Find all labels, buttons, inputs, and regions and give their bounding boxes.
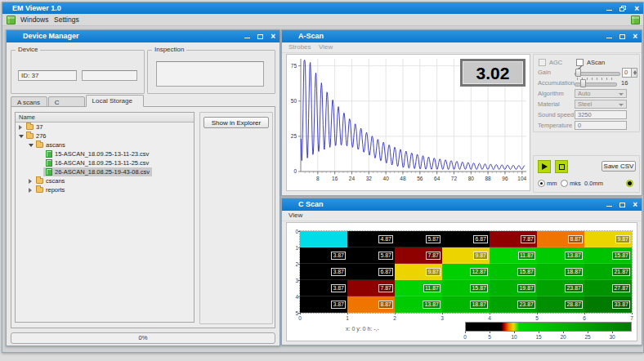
- ascan-checkbox[interactable]: ✓: [576, 59, 584, 66]
- tree-row[interactable]: reports: [16, 185, 194, 194]
- heatmap-cell[interactable]: 33.87: [584, 296, 632, 313]
- heatmap-cell[interactable]: 18.87: [537, 264, 584, 280]
- heatmap-cell[interactable]: 3.87: [300, 280, 347, 296]
- close-icon[interactable]: ×: [271, 33, 275, 41]
- expander-closed-icon[interactable]: [19, 125, 22, 130]
- stop-button[interactable]: [555, 160, 568, 173]
- heatmap-cell[interactable]: 8.87: [347, 296, 395, 313]
- heatmap-cell[interactable]: 13.87: [537, 247, 584, 264]
- device-id-field[interactable]: ID: 37: [18, 70, 77, 81]
- heatmap-cell[interactable]: 15.87: [584, 247, 632, 264]
- a-scan-titlebar[interactable]: A-Scan ×: [282, 30, 642, 42]
- maximize-icon[interactable]: [257, 34, 263, 39]
- maximize-icon[interactable]: [619, 34, 625, 39]
- expander-closed-icon[interactable]: [29, 188, 32, 193]
- gain-spin-buttons[interactable]: [631, 68, 637, 78]
- device-extra-field[interactable]: [82, 70, 137, 81]
- heatmap-cell[interactable]: 7.87: [490, 231, 537, 247]
- device-manager-titlebar[interactable]: Device Manager ×: [7, 30, 280, 42]
- heatmap-cell[interactable]: 3.87: [300, 247, 347, 264]
- tree-row[interactable]: 276: [16, 131, 194, 140]
- material-select[interactable]: Steel: [575, 100, 627, 109]
- temperature-input[interactable]: 0: [575, 121, 627, 130]
- sound-speed-input[interactable]: 3250: [575, 110, 627, 119]
- tree-item[interactable]: 26-ASCAN_18.08.25-19-43-08.csv: [43, 167, 152, 176]
- tree-row[interactable]: 26-ASCAN_18.08.25-19-43-08.csv: [16, 167, 194, 176]
- tree-row[interactable]: 15-ASCAN_18.09.25-13-11-23.csv: [16, 149, 194, 158]
- c-scan-titlebar[interactable]: C Scan ×: [282, 198, 642, 211]
- start-button[interactable]: [538, 160, 551, 173]
- heatmap-cell[interactable]: 11.87: [490, 247, 537, 264]
- tree-item[interactable]: 276: [24, 131, 49, 140]
- close-icon[interactable]: ×: [633, 33, 637, 41]
- tree-row[interactable]: 16-ASCAN_18.09.25-13-11-25.csv: [16, 158, 194, 167]
- minimize-icon[interactable]: [606, 38, 612, 38]
- heatmap-cell[interactable]: 9.87: [442, 247, 490, 264]
- minimize-icon[interactable]: [606, 206, 612, 207]
- heatmap-cell[interactable]: 21.87: [584, 264, 632, 280]
- heatmap-cell[interactable]: 12.87: [442, 264, 490, 280]
- maximize-icon[interactable]: [619, 203, 625, 207]
- tree-row[interactable]: 37: [16, 123, 194, 131]
- unit-mm-radio[interactable]: [538, 180, 545, 187]
- heatmap-cell[interactable]: 6.87: [442, 231, 490, 247]
- menu-strobes[interactable]: Strobes: [288, 42, 311, 52]
- menu-settings[interactable]: Settings: [54, 14, 79, 25]
- gain-slider[interactable]: [575, 68, 620, 77]
- heatmap-cell[interactable]: 11.87: [395, 280, 442, 296]
- heatmap-cell[interactable]: 5.87: [347, 247, 395, 264]
- app-icon[interactable]: [7, 16, 16, 25]
- heatmap-cell[interactable]: 3.87: [300, 264, 347, 280]
- menu-windows[interactable]: Windows: [20, 14, 48, 25]
- layout-grid-icon[interactable]: [631, 16, 640, 25]
- heatmap-cell[interactable]: 13.87: [395, 296, 442, 313]
- restore-icon[interactable]: [619, 6, 627, 12]
- tree-item[interactable]: 15-ASCAN_18.09.25-13-11-23.csv: [43, 149, 151, 158]
- heatmap-cell[interactable]: 15.87: [490, 264, 537, 280]
- heatmap-cell[interactable]: 15.87: [442, 280, 490, 296]
- heatmap-cell[interactable]: 27.87: [584, 280, 632, 296]
- heatmap-cell[interactable]: 3.87: [300, 296, 347, 313]
- heatmap-cell[interactable]: 9.87: [395, 264, 442, 280]
- heatmap-cell[interactable]: 6.87: [347, 264, 395, 280]
- heatmap-cell[interactable]: 7.87: [395, 247, 442, 264]
- tree-row[interactable]: ascans: [16, 140, 194, 149]
- tree-header-name[interactable]: Name: [16, 113, 194, 123]
- close-icon[interactable]: ×: [633, 201, 637, 209]
- heatmap-cell[interactable]: 19.87: [490, 280, 537, 296]
- app-titlebar[interactable]: EM Viewer 1.0 ×: [2, 2, 643, 14]
- material-label: Material: [538, 100, 560, 109]
- heatmap-cell[interactable]: 8.87: [537, 231, 584, 247]
- tree-item[interactable]: 37: [24, 123, 45, 131]
- menu-view[interactable]: View: [319, 42, 333, 52]
- tree-item[interactable]: reports: [34, 185, 67, 194]
- tree-item[interactable]: 16-ASCAN_18.09.25-13-11-25.csv: [43, 158, 151, 167]
- heatmap-cell[interactable]: 9.87: [584, 231, 632, 247]
- close-icon[interactable]: ×: [634, 5, 639, 13]
- heatmap-cell[interactable]: 5.87: [395, 231, 442, 247]
- inspection-list[interactable]: [156, 61, 264, 87]
- algorithm-select[interactable]: Auto: [575, 89, 627, 98]
- unit-mks-radio[interactable]: [561, 180, 568, 187]
- heatmap-cell[interactable]: 18.87: [442, 296, 490, 313]
- heatmap-y-tick-label: 1: [292, 245, 298, 251]
- accumulation-slider[interactable]: [575, 78, 617, 87]
- tree-item[interactable]: cscans: [34, 176, 67, 185]
- tree-item[interactable]: ascans: [34, 140, 68, 149]
- tab-local-storage[interactable]: Local Storage: [86, 95, 144, 107]
- expander-closed-icon[interactable]: [29, 179, 32, 184]
- tree-row[interactable]: cscans: [16, 176, 194, 185]
- heatmap-cell[interactable]: 7.87: [347, 280, 395, 296]
- heatmap-grid: 4.875.876.877.878.879.873.875.877.879.87…: [300, 231, 632, 313]
- minimize-icon[interactable]: [244, 38, 250, 38]
- save-csv-button[interactable]: Save CSV: [602, 161, 636, 172]
- show-in-explorer-button[interactable]: Show in Explorer: [203, 117, 269, 128]
- heatmap-cell[interactable]: 23.87: [537, 280, 584, 296]
- minimize-icon[interactable]: [606, 10, 612, 11]
- heatmap-cell[interactable]: [300, 231, 347, 247]
- menu-view[interactable]: View: [288, 211, 302, 221]
- heatmap-cell[interactable]: 23.87: [490, 296, 537, 313]
- heatmap-cell[interactable]: 28.87: [537, 296, 584, 313]
- agc-checkbox[interactable]: [539, 59, 546, 66]
- heatmap-cell[interactable]: 4.87: [347, 231, 395, 247]
